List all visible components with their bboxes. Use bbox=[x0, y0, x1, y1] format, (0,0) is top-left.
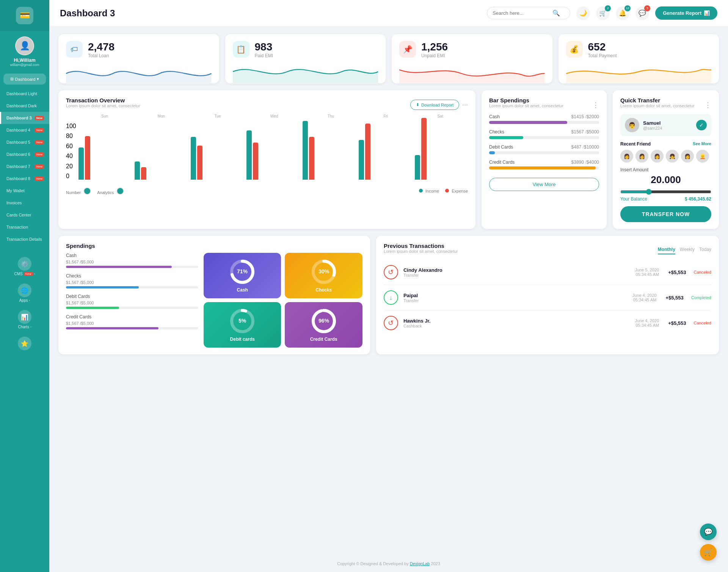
sidebar-navigation: Dashboard Light Dashboard Dark Dashboard… bbox=[0, 88, 49, 245]
moon-icon-button[interactable]: 🌙 bbox=[576, 6, 590, 20]
sidebar-item-dashboard-dark[interactable]: Dashboard Dark bbox=[0, 100, 49, 112]
svg-text:71%: 71% bbox=[237, 268, 248, 274]
sidebar-item-dashboard-light[interactable]: Dashboard Light bbox=[0, 88, 49, 100]
fab-group: 💬 🛒 bbox=[700, 523, 717, 561]
sidebar: 💳 👤 Hi,William william@gmail.com ⊞ Dashb… bbox=[0, 0, 49, 572]
spendings-bar-debit: Debit Cards $1,567 /$5,000 bbox=[66, 294, 198, 309]
tab-weekly[interactable]: Weekly bbox=[680, 247, 695, 254]
stat-card-paid-emi: 📋 983 Paid EMI bbox=[225, 34, 386, 83]
user-email: william@gmail.com bbox=[10, 63, 39, 67]
sidebar-user-section: 👤 Hi,William william@gmail.com bbox=[0, 31, 49, 71]
spendings-bar-credit: Credit Cards $1,567 /$5,000 bbox=[66, 314, 198, 329]
tab-monthly[interactable]: Monthly bbox=[658, 247, 675, 254]
search-bar[interactable]: 🔍 bbox=[487, 7, 570, 19]
bottom-row: Spendings Cash $1,567 /$5,000 Checks $1,… bbox=[58, 236, 719, 354]
amount-slider[interactable] bbox=[620, 189, 711, 195]
previous-transactions-card: Previous Transactions Lorem ipsum dolor … bbox=[376, 236, 719, 354]
arrow-icon: › bbox=[29, 299, 30, 302]
transaction-icon-2: ↓ bbox=[384, 290, 398, 305]
transfer-now-button[interactable]: TRANSFER NOW bbox=[620, 206, 711, 222]
generate-report-button[interactable]: Generate Report 📊 bbox=[655, 6, 717, 20]
svg-text:96%: 96% bbox=[318, 318, 329, 324]
status-canceled-1: Canceled bbox=[694, 270, 711, 274]
dashboard-menu-label: Dashboard bbox=[15, 77, 36, 81]
friend-avatar-2[interactable]: 👩 bbox=[635, 150, 648, 163]
fab-support[interactable]: 💬 bbox=[700, 523, 717, 540]
insert-amount-value: 20.000 bbox=[620, 174, 711, 186]
expense-dot bbox=[445, 189, 449, 193]
stat-cards-row: 🏷 2,478 Total Loan 📋 983 Paid EMI bbox=[58, 34, 719, 83]
topbar: Dashboard 3 🔍 🌙 🛒 2 🔔 12 💬 5 Generate Re… bbox=[49, 0, 728, 27]
footer: Copyright © Designed & Developed by Dexi… bbox=[49, 555, 728, 572]
footer-brand[interactable]: DexignLab bbox=[410, 561, 430, 566]
sidebar-item-dashboard-3[interactable]: Dashboard 3 New bbox=[0, 112, 49, 124]
tab-today[interactable]: Today bbox=[699, 247, 711, 254]
new-badge: New bbox=[35, 116, 44, 120]
transfer-user-handle: @sam224 bbox=[643, 126, 662, 130]
transfer-check-icon: ✓ bbox=[696, 120, 707, 130]
insert-amount-label: Insert Amount bbox=[620, 167, 711, 172]
sidebar-item-cards-center[interactable]: Cards Center bbox=[0, 209, 49, 221]
paid-emi-icon: 📋 bbox=[233, 41, 249, 58]
unpaid-emi-label: Unpaid EMI bbox=[421, 53, 448, 58]
sidebar-item-cms[interactable]: ⚙️ CMS New › bbox=[3, 254, 47, 279]
quick-transfer-more-button[interactable]: ⋮ bbox=[704, 101, 711, 109]
friend-avatar-1[interactable]: 👩 bbox=[620, 150, 633, 163]
sidebar-item-apps[interactable]: 🌐 Apps › bbox=[3, 281, 47, 306]
view-more-button[interactable]: View More bbox=[489, 178, 599, 191]
sidebar-item-transaction-details[interactable]: Transaction Details bbox=[0, 233, 49, 245]
logo-icon: 💳 bbox=[16, 7, 33, 24]
bar-spendings-more-button[interactable]: ⋮ bbox=[592, 101, 599, 109]
quick-transfer-card: Quick Transfer Lorem ipsum dolor sit ame… bbox=[613, 90, 719, 229]
bell-icon-button[interactable]: 🔔 12 bbox=[616, 6, 629, 20]
message-badge: 5 bbox=[644, 5, 650, 11]
balance-label: Your Balance bbox=[620, 196, 647, 202]
friend-avatar-3[interactable]: 👩 bbox=[651, 150, 664, 163]
sidebar-item-dashboard-7[interactable]: Dashboard 7 New bbox=[0, 160, 49, 172]
charts-icon: 📊 bbox=[18, 310, 31, 324]
total-payment-value: 652 bbox=[588, 41, 617, 53]
balance-value: $ 456,345.62 bbox=[685, 196, 711, 202]
friend-avatar-6[interactable]: 👱 bbox=[696, 150, 709, 163]
number-toggle: Number bbox=[66, 187, 91, 195]
sidebar-item-dashboard-6[interactable]: Dashboard 6 New bbox=[0, 148, 49, 160]
donut-debit: 5% Debit cards bbox=[204, 302, 281, 348]
status-completed: Completed bbox=[691, 295, 711, 300]
cart-icon-button[interactable]: 🛒 2 bbox=[596, 6, 610, 20]
dashboard-menu-button[interactable]: ⊞ Dashboard ▾ bbox=[3, 74, 46, 85]
sidebar-item-dashboard-5[interactable]: Dashboard 5 New bbox=[0, 136, 49, 148]
sidebar-item-favorites[interactable]: ⭐ bbox=[3, 334, 47, 354]
friend-avatar-4[interactable]: 👧 bbox=[666, 150, 679, 163]
transaction-overview-card: Transaction Overview Lorem ipsum dolor s… bbox=[58, 90, 475, 229]
fab-cart[interactable]: 🛒 bbox=[700, 544, 717, 561]
sidebar-item-invoices[interactable]: Invoices bbox=[0, 197, 49, 209]
sidebar-item-charts[interactable]: 📊 Charts › bbox=[3, 307, 47, 332]
friend-avatars-list: 👩 👩 👩 👧 👩 👱 bbox=[620, 150, 711, 163]
search-input[interactable] bbox=[493, 10, 549, 16]
bar-chart: SunMonTueWedThuFriSat 100 80 60 40 20 0 bbox=[66, 114, 468, 195]
transaction-overview-title: Transaction Overview bbox=[66, 97, 140, 103]
cart-badge: 2 bbox=[605, 5, 611, 11]
friend-avatar-5[interactable]: 👩 bbox=[681, 150, 694, 163]
star-icon: ⭐ bbox=[18, 337, 31, 350]
total-loan-value: 2,478 bbox=[88, 41, 115, 53]
transaction-more-button[interactable]: ··· bbox=[462, 101, 468, 109]
download-icon: ⬇ bbox=[416, 102, 419, 107]
bell-badge: 12 bbox=[624, 5, 631, 11]
sidebar-item-my-wallet[interactable]: My Wallet bbox=[0, 185, 49, 197]
sidebar-item-dashboard-8[interactable]: Dashboard 8 New bbox=[0, 172, 49, 185]
arrow-icon: › bbox=[30, 325, 31, 329]
transaction-item-paipal: ↓ Paipal Transfer June 4, 202005:34:45 A… bbox=[384, 285, 711, 310]
search-icon: 🔍 bbox=[552, 9, 560, 17]
transaction-item-hawkins: ↺ Hawkins Jr. Cashback June 4, 202005:34… bbox=[384, 310, 711, 335]
sidebar-item-dashboard-4[interactable]: Dashboard 4 New bbox=[0, 124, 49, 136]
spendings-title: Spendings bbox=[66, 243, 362, 249]
analytics-toggle: Analytics bbox=[97, 187, 124, 195]
chart-legend: Number Analytics bbox=[66, 187, 468, 195]
message-icon-button[interactable]: 💬 5 bbox=[635, 6, 649, 20]
sidebar-item-transaction[interactable]: Transaction bbox=[0, 221, 49, 233]
see-more-link[interactable]: See More bbox=[693, 141, 711, 147]
status-canceled-2: Canceled bbox=[694, 321, 711, 325]
download-report-button[interactable]: ⬇ Download Report bbox=[410, 100, 459, 110]
sidebar-logo: 💳 bbox=[0, 0, 49, 31]
